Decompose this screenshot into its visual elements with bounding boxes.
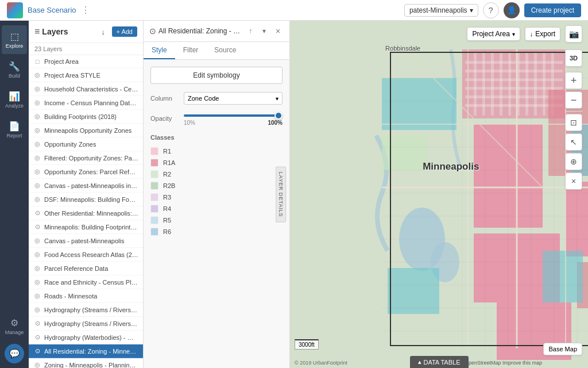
- user-avatar[interactable]: 👤: [504, 2, 520, 18]
- tab-source[interactable]: Source: [206, 42, 244, 59]
- layer-name: Canvas - patest-Minneapolis: [44, 237, 138, 244]
- class-name-r1: R1: [163, 148, 171, 155]
- data-table-label: DATA TABLE: [424, 359, 461, 366]
- explore-label: Explore: [6, 43, 24, 49]
- layer-item-parcel-ref[interactable]: ◎ Parcel Reference Data: [29, 262, 143, 275]
- svg-rect-19: [465, 104, 563, 107]
- column-select[interactable]: Zone Code ▾: [184, 92, 283, 105]
- layer-item-opp-zones[interactable]: ◎ Opportunity Zones: [29, 137, 143, 151]
- map-camera-button[interactable]: 📷: [565, 25, 582, 43]
- layers-list: □ Project Area ◎ Project Area STYLE ◎ Ho…: [29, 55, 143, 368]
- nav-item-build[interactable]: 🔧 Build: [2, 55, 27, 84]
- layer-item-other-res[interactable]: ⊙ Other Residential: Minneapolis: Buildi…: [29, 206, 143, 220]
- data-table-button[interactable]: ▴ DATA TABLE: [410, 356, 469, 368]
- zoom-out-button[interactable]: −: [565, 91, 582, 109]
- map-area: Project Area ▾ ↓ Export 📷 3D + −: [290, 21, 588, 368]
- zoom-in-button[interactable]: +: [565, 72, 582, 89]
- layer-item-mpls-opp[interactable]: ◎ Minneapolis Opportunity Zones: [29, 124, 143, 137]
- map-close-button[interactable]: ×: [565, 172, 582, 190]
- layer-item-filtered-opp[interactable]: ◎ Filtered: Opportunity Zones: Parcel Re…: [29, 151, 143, 165]
- layer-icon: ⊙: [33, 209, 41, 217]
- map-cursor-button[interactable]: ↖: [565, 133, 582, 151]
- map-area-select[interactable]: Project Area ▾: [467, 27, 520, 41]
- threed-button[interactable]: 3D: [565, 49, 582, 67]
- scenario-menu-icon[interactable]: ⋮: [81, 5, 90, 16]
- layer-item-household[interactable]: ◎ Household Characteristics - Census Pla…: [29, 82, 143, 96]
- class-item-r4: R4: [150, 203, 283, 214]
- layer-item-hydro-water-mn[interactable]: ⊙ Hydrography (Waterbodies) - Minnesota: [29, 331, 143, 344]
- opacity-slider[interactable]: [184, 114, 283, 117]
- svg-rect-17: [465, 87, 563, 90]
- layer-item-food-access[interactable]: ◎ Food Access Research Atlas (2015): [29, 248, 143, 262]
- project-select[interactable]: patest-Minneapolis ▾: [404, 4, 478, 17]
- base-map-button[interactable]: Base Map: [543, 343, 582, 355]
- build-icon: 🔧: [9, 61, 20, 72]
- close-x-icon: ×: [571, 177, 576, 186]
- layer-icon: □: [33, 58, 41, 65]
- layer-icon: ⊙: [33, 223, 41, 231]
- class-name-r1a: R1A: [163, 159, 175, 166]
- nav-item-explore[interactable]: ⬚ Explore: [2, 25, 27, 54]
- edit-symbology-button[interactable]: Edit symbology: [150, 67, 283, 84]
- layer-item-mpls-fp[interactable]: ⊙ Minneapolis: Building Footprints (2018…: [29, 220, 143, 234]
- chat-button[interactable]: 💬: [5, 344, 24, 363]
- layer-icon: ⊙: [33, 320, 41, 327]
- layer-item-canvas-patest[interactable]: ◎ Canvas - patest-Minneapolis: [29, 234, 143, 248]
- layer-name: Hydrography (Waterbodies) - Minnesota: [44, 334, 138, 341]
- style-panel: ⊙ All Residential: Zoning - Minneap... ↑…: [144, 21, 290, 368]
- map-export-button[interactable]: ↓ Export: [525, 27, 560, 41]
- class-swatch-r4: [150, 205, 158, 213]
- layer-item-project-area[interactable]: □ Project Area: [29, 55, 143, 68]
- layer-item-roads[interactable]: ◎ Roads - Minnesota: [29, 289, 143, 303]
- layer-item-building-fp[interactable]: ◎ Building Footprints (2018): [29, 110, 143, 124]
- layer-name: Hydrography (Streams / Rivers) - Wiscons…: [44, 306, 138, 313]
- style-panel-close-button[interactable]: ×: [272, 25, 284, 37]
- tab-style[interactable]: Style: [144, 42, 175, 59]
- tab-filter[interactable]: Filter: [175, 42, 207, 59]
- class-swatch-r2b: [150, 182, 158, 190]
- export-label: Export: [535, 30, 555, 38]
- create-project-button[interactable]: Create project: [524, 3, 581, 17]
- layer-icon: ◎: [33, 154, 41, 162]
- layer-item-all-residential[interactable]: ⊙ All Residential: Zoning - Minneapolis …: [29, 344, 143, 358]
- nav-item-manage[interactable]: ⚙ Manage: [2, 312, 27, 340]
- map-globe-button[interactable]: ⊕: [565, 153, 582, 170]
- layer-name: Roads - Minnesota: [44, 293, 138, 300]
- layers-add-button[interactable]: + Add: [112, 26, 137, 37]
- svg-rect-14: [465, 61, 563, 64]
- nav-item-analyze[interactable]: 📊 Analyze: [2, 85, 27, 114]
- nav-item-report[interactable]: 📄 Report: [2, 115, 27, 144]
- layer-item-canvas-mpls[interactable]: ◎ Canvas - patest-Minneapolis in OZs: [29, 179, 143, 193]
- layers-toggle-button[interactable]: ⊡: [565, 114, 582, 131]
- layer-details-tab[interactable]: LAYER DETAILS: [276, 167, 287, 223]
- class-name-r4: R4: [163, 205, 171, 212]
- map-right-controls: 3D + − ⊡ ↖ ⊕ ×: [565, 49, 582, 190]
- opacity-label: Opacity: [150, 115, 179, 122]
- layer-item-hydro-streams-wi[interactable]: ◎ Hydrography (Streams / Rivers) - Wisco…: [29, 303, 143, 317]
- svg-rect-28: [543, 251, 583, 302]
- svg-rect-30: [382, 136, 428, 170]
- layers-download-button[interactable]: ↓: [97, 25, 110, 38]
- layer-name: Other Residential: Minneapolis: Building…: [44, 210, 138, 217]
- help-button[interactable]: ?: [483, 2, 499, 18]
- style-panel-chevron-icon[interactable]: ▾: [258, 25, 270, 37]
- layer-icon: ◎: [33, 140, 41, 148]
- class-item-r2b: R2B: [150, 180, 283, 191]
- layer-icon: ◎: [33, 85, 41, 93]
- style-panel-export-icon[interactable]: ↑: [245, 25, 256, 37]
- layer-item-opp-parcel[interactable]: ◎ Opportunity Zones: Parcel Reference Da…: [29, 165, 143, 179]
- layer-item-project-area-style[interactable]: ◎ Project Area STYLE: [29, 68, 143, 82]
- scenario-label: Base Scenario: [28, 6, 76, 14]
- layer-item-hydro-streams-mn[interactable]: ⊙ Hydrography (Streams / Rivers) - Minne…: [29, 317, 143, 331]
- layer-item-zoning-primary[interactable]: ◎ Zoning - Minneapolis - Planning Primar…: [29, 358, 143, 368]
- layer-icon: ◎: [33, 126, 41, 134]
- class-swatch-r1: [150, 147, 158, 155]
- layer-item-race-ethnicity[interactable]: ◎ Race and Ethnicity - Census Planning D…: [29, 275, 143, 289]
- attribution-text: © 2019 UrbanFootprint: [295, 360, 347, 366]
- layers-toggle-icon: ⊡: [570, 118, 577, 127]
- layer-icon: ◎: [33, 251, 41, 258]
- layer-name: Filtered: Opportunity Zones: Parcel Refe…: [44, 155, 138, 162]
- layer-item-dsf[interactable]: ◎ DSF: Minneapolis: Building Footprints …: [29, 193, 143, 206]
- layer-item-income[interactable]: ◎ Income - Census Planning Database (201…: [29, 96, 143, 110]
- svg-rect-26: [382, 78, 457, 130]
